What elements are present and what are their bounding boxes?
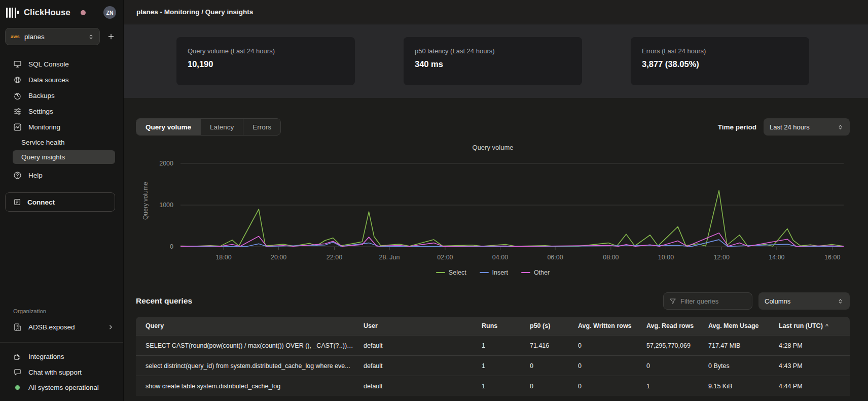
add-service-button[interactable]	[104, 29, 118, 44]
recent-queries-table: Query User Runs p50 (s) Avg. Written row…	[136, 317, 850, 396]
logo-text[interactable]: ClickHouse	[24, 8, 70, 17]
svg-text:04:00: 04:00	[492, 254, 508, 261]
column-header-mem-usage[interactable]: Avg. Mem Usage	[708, 322, 779, 329]
columns-select-label: Columns	[765, 297, 837, 305]
table-row[interactable]: show create table system.distributed_cac…	[136, 376, 850, 396]
organization-label: Organization	[0, 308, 123, 319]
service-selector[interactable]: aws planes	[5, 28, 100, 45]
legend-label: Other	[534, 269, 550, 276]
svg-text:16:00: 16:00	[824, 254, 840, 261]
tab-errors[interactable]: Errors	[243, 119, 280, 135]
status-label: All systems operational	[28, 384, 99, 391]
column-header-p50[interactable]: p50 (s)	[530, 322, 578, 329]
legend-item-other[interactable]: Other	[521, 269, 550, 276]
cell-written-rows: 0	[578, 342, 646, 349]
cell-p50: 0	[530, 362, 578, 370]
table-row[interactable]: select distrinct(query_id) from system.d…	[136, 355, 850, 376]
legend-swatch-icon	[521, 272, 530, 273]
footer-item-label: Chat with support	[28, 369, 82, 376]
cell-last-run: 4:44 PM	[779, 383, 840, 390]
service-selector-row: aws planes	[5, 28, 118, 45]
filter-queries-input[interactable]	[680, 297, 736, 305]
cell-mem-usage: 717.47 MiB	[708, 342, 779, 349]
organization-item[interactable]: ADSB.exposed	[0, 319, 123, 335]
sidebar-item-label: Backups	[28, 92, 55, 99]
cell-query: show create table system.distributed_cac…	[146, 383, 364, 390]
tab-latency[interactable]: Latency	[200, 119, 243, 135]
legend-item-select[interactable]: Select	[436, 269, 466, 276]
sidebar-item-label: Help	[28, 172, 43, 179]
stat-value: 3,877 (38.05%)	[642, 59, 798, 69]
svg-text:02:00: 02:00	[437, 254, 453, 261]
legend-swatch-icon	[480, 272, 489, 273]
cell-written-rows: 0	[578, 362, 646, 370]
integrations-puzzle-icon	[13, 352, 22, 361]
settings-sliders-icon	[13, 107, 22, 116]
svg-text:22:00: 22:00	[327, 254, 342, 261]
sidebar-item-chat-support[interactable]: Chat with support	[0, 364, 123, 380]
status-ok-dot-icon	[15, 385, 20, 390]
stat-card-query-volume: Query volume (Last 24 hours) 10,190	[176, 37, 355, 85]
sidebar-item-settings[interactable]: Settings	[0, 104, 123, 119]
chart-title: Query volume	[136, 144, 850, 151]
column-header-written-rows[interactable]: Avg. Written rows	[578, 322, 646, 329]
svg-text:20:00: 20:00	[271, 254, 286, 261]
chart-tabs: Query volume Latency Errors	[136, 118, 281, 136]
stat-card-p50-latency: p50 latency (Last 24 hours) 340 ms	[404, 37, 582, 85]
svg-text:08:00: 08:00	[603, 254, 619, 261]
sidebar-item-help[interactable]: Help	[0, 168, 123, 183]
time-period-select[interactable]: Last 24 hours	[764, 118, 850, 136]
sidebar-item-query-insights[interactable]: Query insights	[13, 150, 115, 164]
time-period-group: Time period Last 24 hours	[718, 118, 850, 136]
legend-item-insert[interactable]: Insert	[480, 269, 508, 276]
sidebar: ClickHouse ZN aws planes SQL Console Dat…	[0, 0, 124, 401]
sidebar-item-service-health[interactable]: Service health	[13, 136, 115, 149]
column-header-runs[interactable]: Runs	[482, 322, 530, 329]
column-header-last-run[interactable]: Last run (UTC) ^	[779, 322, 840, 329]
sidebar-item-label: Settings	[28, 108, 53, 115]
query-volume-chart: Query volume Query volume 01000200018:00…	[136, 144, 850, 276]
chart-legend: SelectInsertOther	[136, 269, 850, 276]
sidebar-item-data-sources[interactable]: Data sources	[0, 72, 123, 88]
sidebar-item-monitoring[interactable]: Monitoring	[0, 119, 123, 135]
sidebar-subitem-label: Query insights	[21, 153, 65, 161]
stat-value: 10,190	[188, 59, 344, 69]
logo-row: ClickHouse ZN	[0, 0, 123, 24]
cell-runs: 1	[482, 383, 530, 390]
cell-written-rows: 0	[578, 383, 646, 390]
column-header-user[interactable]: User	[364, 322, 482, 329]
sidebar-divider	[0, 342, 123, 343]
stat-label: p50 latency (Last 24 hours)	[415, 47, 571, 55]
connect-button-label: Connect	[27, 198, 55, 206]
chevron-updown-icon	[837, 298, 844, 305]
sidebar-item-label: Monitoring	[28, 123, 60, 131]
stat-card-errors: Errors (Last 24 hours) 3,877 (38.05%)	[631, 37, 809, 85]
columns-select[interactable]: Columns	[758, 292, 850, 310]
legend-label: Select	[449, 269, 466, 276]
tab-query-volume[interactable]: Query volume	[136, 119, 200, 135]
chat-bubble-icon	[13, 368, 22, 377]
cell-read-rows: 0	[646, 362, 708, 370]
stats-band: Query volume (Last 24 hours) 10,190 p50 …	[124, 24, 868, 98]
cell-last-run: 4:43 PM	[779, 362, 840, 370]
sidebar-item-backups[interactable]: Backups	[0, 88, 123, 104]
cell-query: select distrinct(query_id) from system.d…	[146, 362, 364, 370]
sidebar-item-integrations[interactable]: Integrations	[0, 349, 123, 364]
column-header-query[interactable]: Query	[146, 322, 364, 329]
table-row[interactable]: SELECT CAST(round(pow(count() / max(coun…	[136, 335, 850, 355]
filter-queries-box[interactable]	[663, 292, 752, 310]
cell-runs: 1	[482, 342, 530, 349]
svg-text:18:00: 18:00	[215, 254, 231, 261]
organization-name: ADSB.exposed	[28, 323, 75, 331]
connect-button[interactable]: Connect	[5, 192, 115, 212]
recent-queries-title: Recent queries	[136, 296, 192, 306]
top-header: planes - Monitoring / Query insights	[124, 0, 868, 24]
svg-text:10:00: 10:00	[658, 254, 674, 261]
sidebar-item-label: SQL Console	[28, 60, 69, 68]
sidebar-item-sql-console[interactable]: SQL Console	[0, 56, 123, 72]
avatar[interactable]: ZN	[103, 6, 116, 19]
column-header-read-rows[interactable]: Avg. Read rows	[646, 322, 708, 329]
system-status-item[interactable]: All systems operational	[0, 380, 123, 395]
time-period-value: Last 24 hours	[770, 123, 837, 131]
sidebar-nav: SQL Console Data sources Backups Setting…	[0, 56, 123, 183]
